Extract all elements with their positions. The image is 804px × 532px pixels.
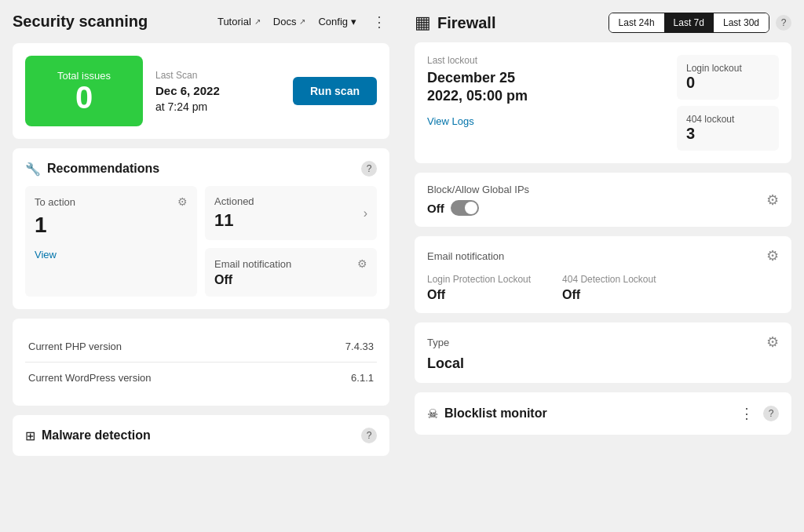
email-notif-header: Email notification ⚙ <box>214 257 367 270</box>
chevron-down-icon: ▾ <box>351 16 356 27</box>
php-version-value: 7.4.33 <box>345 341 374 352</box>
gear-icon[interactable]: ⚙ <box>357 257 367 270</box>
gear-icon[interactable]: ⚙ <box>766 191 779 209</box>
detection-404-value: Off <box>562 288 656 302</box>
recommendations-title: Recommendations <box>47 162 159 176</box>
firewall-title: Firewall <box>437 14 495 32</box>
last-lockout-label: Last lockout <box>427 55 667 66</box>
type-card-header: Type ⚙ <box>427 333 779 351</box>
block-allow-toggle[interactable] <box>451 200 479 216</box>
wp-version-label: Current WordPress version <box>28 372 152 384</box>
last-scan-section: Last Scan Dec 6, 2022 at 7:24 pm <box>155 70 220 113</box>
malware-card: ⊞ Malware detection ? <box>13 415 389 456</box>
lockout-stats: Login lockout 0 404 lockout 3 <box>677 55 779 151</box>
type-label: Type <box>427 337 449 348</box>
blocklist-title: Blocklist monitor <box>444 406 547 421</box>
email-notification-value: Off <box>214 273 232 286</box>
chevron-right-icon: › <box>364 206 367 220</box>
header-actions: Tutorial ↗ Docs ↗ Config ▾ ⋮ <box>217 13 389 31</box>
left-header: Security scanning Tutorial ↗ Docs ↗ Conf… <box>13 13 389 34</box>
external-link-icon: ↗ <box>254 17 261 26</box>
help-icon[interactable]: ? <box>776 15 791 31</box>
section-title-row: 🔧 Recommendations <box>25 162 159 177</box>
login-protection-col: Login Protection Lockout Off <box>427 274 531 302</box>
last-scan-label: Last Scan <box>155 70 220 81</box>
external-link-icon: ↗ <box>299 17 305 26</box>
email-card-title: Email notification <box>427 250 504 262</box>
last-lockout-date: December 25 <box>427 69 667 87</box>
right-panel: ▦ Firewall Last 24h Last 7d Last 30d ? L… <box>402 0 804 532</box>
gear-icon[interactable]: ⚙ <box>177 195 188 208</box>
total-issues-value: 0 <box>75 82 93 113</box>
malware-title: Malware detection <box>42 428 151 443</box>
more-options-button[interactable]: ⋮ <box>369 13 389 31</box>
time-btn-24h[interactable]: Last 24h <box>609 13 664 32</box>
page-title: Security scanning <box>13 13 148 31</box>
toggle-knob <box>465 202 477 214</box>
lockout-card: Last lockout December 25 2022, 05:00 pm … <box>415 42 791 163</box>
reco-right-col: Actioned 11 › Email notification ⚙ Off <box>205 186 377 297</box>
detection-404-label: 404 Detection Lockout <box>562 274 656 285</box>
firewall-icon: ▦ <box>415 13 431 33</box>
total-issues-box: Total issues 0 <box>25 56 143 126</box>
last-lockout-year-time: 2022, 05:00 pm <box>427 87 667 105</box>
time-btn-30d[interactable]: Last 30d <box>714 13 769 32</box>
type-card: Type ⚙ Local <box>415 322 791 383</box>
lockout-404-box: 404 lockout 3 <box>677 106 779 151</box>
gear-icon[interactable]: ⚙ <box>766 333 779 351</box>
help-icon[interactable]: ? <box>361 428 377 443</box>
right-header: ▦ Firewall Last 24h Last 7d Last 30d ? <box>415 13 791 33</box>
blocklist-card: ☠ Blocklist monitor ⋮ ? <box>415 392 791 435</box>
block-status-text: Off <box>427 202 444 215</box>
login-lockout-value: 0 <box>686 74 769 92</box>
versions-card: Current PHP version 7.4.33 Current WordP… <box>13 319 389 406</box>
actioned-label: Actioned <box>214 195 254 207</box>
email-card-body: Login Protection Lockout Off 404 Detecti… <box>427 274 779 302</box>
skull-icon: ☠ <box>427 406 438 421</box>
to-action-value: 1 <box>35 213 188 238</box>
lockout-404-value: 3 <box>686 125 769 143</box>
view-logs-link[interactable]: View Logs <box>427 115 667 127</box>
email-notification-box: Email notification ⚙ Off <box>205 248 377 297</box>
wp-version-row: Current WordPress version 6.1.1 <box>25 363 377 393</box>
gear-icon[interactable]: ⚙ <box>766 247 779 264</box>
actioned-info: Actioned 11 <box>214 195 254 231</box>
php-version-row: Current PHP version 7.4.33 <box>25 331 377 363</box>
recommendations-card: 🔧 Recommendations ? To action ⚙ 1 View <box>13 148 389 309</box>
block-allow-card: Block/Allow Global IPs Off ⚙ <box>415 173 791 227</box>
login-protection-label: Login Protection Lockout <box>427 274 531 285</box>
left-panel: Security scanning Tutorial ↗ Docs ↗ Conf… <box>0 0 402 532</box>
time-btn-7d[interactable]: Last 7d <box>664 13 714 32</box>
last-scan-date: Dec 6, 2022 <box>155 84 220 97</box>
block-allow-left: Block/Allow Global IPs Off <box>427 184 529 216</box>
wrench-icon: 🔧 <box>25 162 41 177</box>
email-notification-label: Email notification <box>214 258 291 270</box>
lockout-404-label: 404 lockout <box>686 114 769 125</box>
firewall-title-row: ▦ Firewall <box>415 13 495 33</box>
recommendations-header: 🔧 Recommendations ? <box>25 161 377 177</box>
detection-404-col: 404 Detection Lockout Off <box>562 274 656 302</box>
to-action-label: To action <box>35 196 75 208</box>
config-button[interactable]: Config ▾ <box>318 16 356 27</box>
login-lockout-label: Login lockout <box>686 63 769 74</box>
view-link[interactable]: View <box>35 249 188 261</box>
lockout-main: Last lockout December 25 2022, 05:00 pm … <box>427 55 667 151</box>
email-card-header: Email notification ⚙ <box>427 247 779 264</box>
time-range-buttons: Last 24h Last 7d Last 30d <box>608 13 769 33</box>
recommendations-grid: To action ⚙ 1 View Actioned 11 › <box>25 186 377 297</box>
login-protection-value: Off <box>427 288 531 302</box>
blocklist-left: ☠ Blocklist monitor <box>427 406 547 421</box>
layers-icon: ⊞ <box>25 428 35 443</box>
docs-link[interactable]: Docs ↗ <box>273 16 306 27</box>
to-action-header: To action ⚙ <box>35 195 188 208</box>
more-options-button[interactable]: ⋮ <box>736 405 757 422</box>
help-icon[interactable]: ? <box>763 406 779 421</box>
block-allow-title: Block/Allow Global IPs <box>427 184 529 195</box>
help-icon[interactable]: ? <box>361 161 377 177</box>
tutorial-link[interactable]: Tutorial ↗ <box>217 16 261 27</box>
run-scan-button[interactable]: Run scan <box>293 77 377 105</box>
type-value: Local <box>427 355 779 372</box>
last-scan-time: at 7:24 pm <box>155 100 220 113</box>
login-lockout-box: Login lockout 0 <box>677 55 779 100</box>
malware-title-row: ⊞ Malware detection <box>25 428 151 443</box>
